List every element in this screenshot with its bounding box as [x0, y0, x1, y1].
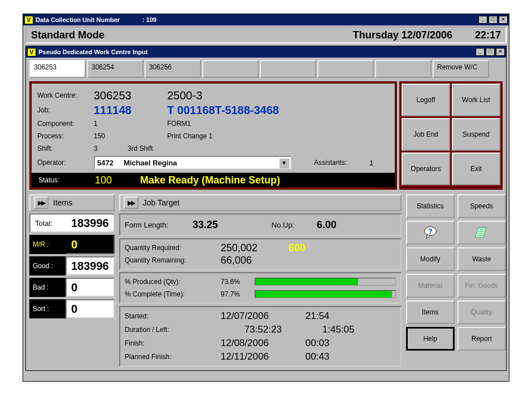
qty-required-value: 250,002: [221, 242, 289, 254]
fin-goods-button[interactable]: Fin. Goods: [457, 274, 506, 298]
minimize-button[interactable]: _: [478, 16, 487, 24]
status-bar: Status: 100 Make Ready (Machine Setup): [32, 173, 395, 187]
help-balloon-icon[interactable]: ?: [406, 221, 455, 244]
tab-wc-2[interactable]: 306256: [145, 60, 201, 78]
remove-wc-button[interactable]: Remove W/C: [433, 60, 489, 78]
items-button[interactable]: Items: [406, 300, 455, 324]
outer-title-value: : 109: [142, 16, 156, 23]
pct-time-label: % Complete (Time):: [125, 290, 221, 298]
items-mr-value: 0: [66, 235, 115, 254]
items-good-row: Good : 183996: [29, 256, 115, 276]
items-header: ▶▶ Items: [29, 194, 115, 211]
left-value: 1:45:05: [322, 324, 355, 335]
app-icon: V: [27, 48, 36, 56]
quality-button[interactable]: Quality: [457, 300, 506, 324]
job-name: T 001168T-5188-3468: [167, 104, 279, 117]
waste-button[interactable]: Waste: [457, 247, 506, 271]
duration-label: Duration / Left:: [125, 326, 221, 334]
started-date: 12/07/2006: [221, 311, 306, 322]
pct-produced-value: 73.6%: [221, 278, 255, 286]
items-sort-row: Sort : 0: [29, 299, 115, 318]
items-panel: ▶▶ Items Total: 183996 M/R : 0 Good : 18…: [29, 194, 115, 367]
target-fastforward-icon[interactable]: ▶▶: [124, 196, 138, 209]
inner-title: Pseudo Dedicated Work Centre Input: [38, 49, 148, 55]
chevron-down-icon[interactable]: ▼: [279, 158, 289, 168]
report-button[interactable]: Report: [457, 327, 506, 351]
form-length-label: Form Length:: [125, 221, 193, 229]
action-grid: Logoff Work List Job End Suspend Operato…: [399, 81, 503, 190]
inner-minimize-button[interactable]: _: [476, 48, 485, 56]
modify-button[interactable]: Modify: [406, 247, 455, 271]
items-bad-row: Bad : 0: [29, 278, 115, 297]
qty-extra-value: 600: [289, 242, 306, 254]
form-length-value: 33.25: [193, 219, 272, 231]
outer-title-label: Data Collection Unit Number: [36, 16, 120, 23]
process-name: Print Change 1: [167, 132, 212, 140]
finish-date: 12/08/2006: [221, 338, 306, 349]
report-icon[interactable]: [457, 221, 506, 244]
pct-produced-label: % Produced (Qty):: [125, 278, 221, 286]
pct-time-bar: [255, 290, 396, 298]
help-button[interactable]: Help: [406, 327, 455, 351]
tab-wc-3[interactable]: [202, 60, 259, 78]
job-end-button[interactable]: Job End: [402, 118, 450, 151]
suspend-button[interactable]: Suspend: [452, 118, 500, 151]
tab-wc-4[interactable]: [260, 60, 316, 78]
inner-title-bar: V Pseudo Dedicated Work Centre Input _ □…: [26, 46, 506, 58]
started-label: Started:: [125, 312, 221, 320]
assistants-label: Assistants:: [314, 159, 347, 167]
pct-produced-bar: [255, 278, 396, 286]
status-code: 100: [95, 174, 140, 186]
pct-time-value: 97.7%: [221, 290, 255, 298]
side-button-grid: Statistics Speeds ? Modify Waste Materia…: [406, 194, 506, 367]
inner-maximize-button[interactable]: □: [486, 48, 495, 56]
items-bad-value: 0: [66, 278, 115, 297]
shift-id: 3: [94, 145, 128, 152]
process-id: 150: [94, 132, 167, 140]
workcentre-tabs: 306253 306254 306256 Remove W/C: [29, 60, 503, 78]
mode-bar: Standard Mode Thursday 12/07/2006 22:17: [25, 27, 507, 43]
qty-required-label: Quantity Required:: [125, 244, 221, 252]
logoff-button[interactable]: Logoff: [402, 84, 450, 116]
no-up-value: 6.00: [317, 219, 396, 231]
app-icon: V: [24, 16, 33, 24]
tab-wc-6[interactable]: [375, 60, 431, 78]
tab-wc-5[interactable]: [317, 60, 374, 78]
maximize-button[interactable]: □: [489, 16, 498, 24]
work-centre-name: 2500-3: [167, 89, 202, 102]
tab-wc-1[interactable]: 306254: [87, 60, 143, 78]
exit-button[interactable]: Exit: [452, 152, 500, 185]
operator-select[interactable]: 5472 Michael Regina ▼: [94, 156, 291, 169]
pct-produced-fill: [255, 278, 359, 285]
job-info-panel: Work Centre: 306253 2500-3 Job: 111148 T…: [29, 81, 397, 190]
operators-button[interactable]: Operators: [402, 152, 450, 185]
duration-value: 73:52:23: [221, 324, 306, 335]
operator-label: Operator:: [37, 159, 94, 167]
shift-label: Shift:: [37, 145, 94, 152]
close-button[interactable]: ×: [499, 16, 508, 24]
job-label: Job:: [37, 106, 94, 114]
qty-remaining-value: 66,006: [221, 255, 289, 266]
items-fastforward-icon[interactable]: ▶▶: [34, 196, 49, 209]
job-target-header: ▶▶ Job Target: [119, 194, 402, 211]
outer-title-bar: V Data Collection Unit Number : 109 _ □ …: [23, 14, 509, 25]
svg-rect-2: [475, 228, 486, 238]
work-centre-label: Work Centre:: [37, 91, 94, 99]
statistics-button[interactable]: Statistics: [406, 194, 455, 218]
mode-date: Thursday 12/07/2006: [353, 29, 452, 41]
finish-time: 00:03: [306, 338, 330, 349]
work-list-button[interactable]: Work List: [452, 84, 500, 116]
tab-wc-0[interactable]: 306253: [29, 60, 86, 78]
inner-close-button[interactable]: ×: [496, 48, 505, 56]
material-button[interactable]: Material: [406, 274, 455, 298]
status-text: Make Ready (Machine Setup): [140, 174, 280, 186]
planned-finish-label: Planned Finish:: [125, 353, 221, 361]
no-up-label: No.Up:: [272, 221, 317, 229]
shift-name: 3rd Shift: [128, 145, 153, 152]
speeds-button[interactable]: Speeds: [457, 194, 506, 218]
job-id: 111148: [94, 104, 167, 117]
items-mr-row: M/R : 0: [29, 235, 115, 254]
items-total: Total: 183996: [29, 213, 115, 233]
items-good-value: 183996: [66, 256, 115, 276]
status-label: Status:: [38, 176, 95, 184]
